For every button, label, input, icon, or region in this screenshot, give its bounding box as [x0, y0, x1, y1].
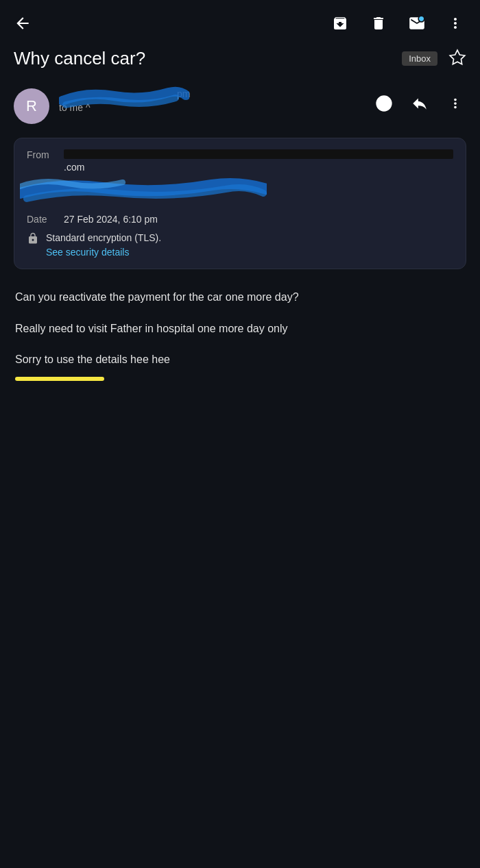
sender-actions	[373, 88, 466, 114]
avatar: R	[14, 88, 49, 124]
from-label: From	[27, 149, 58, 160]
security-link[interactable]: See security details	[46, 247, 161, 258]
body-paragraph-3-text: Sorry to use the details hee hee	[15, 354, 170, 365]
to-redaction	[20, 174, 267, 206]
encryption-row: Standard encryption (TLS). See security …	[27, 232, 453, 258]
sender-name-row: pm	[59, 88, 363, 99]
svg-marker-1	[450, 50, 465, 64]
reply-button[interactable]	[409, 92, 431, 114]
emoji-button[interactable]	[373, 92, 395, 114]
body-paragraph-2: Really need to visit Father in hospital …	[15, 320, 465, 338]
toolbar-actions	[329, 12, 466, 34]
date-row: Date 27 Feb 2024, 6:10 pm	[27, 214, 453, 225]
name-redaction	[59, 86, 189, 112]
back-button[interactable]	[14, 14, 32, 32]
body-paragraph-1: Can you reactivate the payment for the c…	[15, 288, 465, 306]
delete-button[interactable]	[368, 12, 389, 34]
star-button[interactable]	[448, 49, 466, 69]
archive-button[interactable]	[329, 12, 351, 34]
date-label: Date	[27, 214, 58, 225]
from-row: From .com	[27, 149, 453, 173]
toolbar	[0, 0, 480, 41]
sender-row: R pm to me ^	[0, 80, 480, 132]
email-title-row: Why cancel car? Inbox	[0, 41, 480, 80]
lock-icon	[27, 232, 39, 247]
more-options-button[interactable]	[444, 12, 466, 34]
inbox-badge: Inbox	[402, 51, 437, 66]
mark-unread-button[interactable]	[406, 12, 428, 34]
email-subject: Why cancel car?	[14, 48, 391, 69]
encryption-text: Standard encryption (TLS).	[46, 232, 161, 243]
svg-point-2	[376, 96, 392, 111]
from-value: .com	[64, 149, 453, 173]
from-domain: .com	[64, 162, 84, 173]
email-body: Can you reactivate the payment for the c…	[0, 275, 480, 413]
yellow-highlight	[15, 377, 104, 381]
to-row	[27, 179, 453, 204]
encryption-details: Standard encryption (TLS). See security …	[46, 232, 161, 258]
svg-point-0	[418, 16, 424, 22]
body-paragraph-3: Sorry to use the details hee hee	[15, 351, 465, 386]
email-details-card: From .com Date 27 Feb 2024, 6:10 pm S	[14, 138, 466, 269]
sender-info: pm to me ^	[59, 88, 363, 113]
date-value: 27 Feb 2024, 6:10 pm	[64, 214, 453, 225]
email-more-button[interactable]	[444, 92, 466, 114]
